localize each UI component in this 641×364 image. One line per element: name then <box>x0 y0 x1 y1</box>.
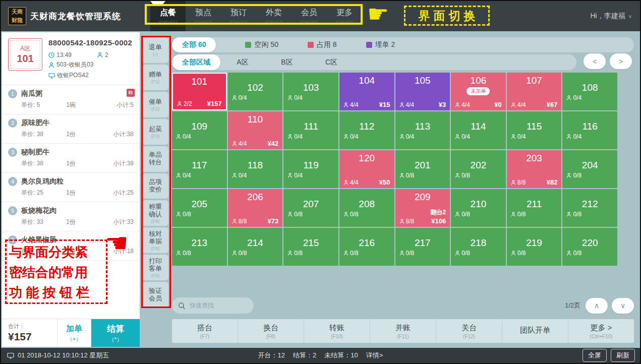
table-amount: ¥82 <box>547 178 558 186</box>
region-prev-button[interactable]: < <box>584 53 606 69</box>
add-order-button[interactable]: 加单 （+） <box>57 319 91 347</box>
table-cell[interactable]: 203 8/8 ¥82 <box>507 150 562 188</box>
table-cell[interactable]: 114 0/4 <box>451 111 506 149</box>
table-cell[interactable]: 208 0/8 <box>339 189 394 227</box>
table-action-button[interactable]: 关台 (F12) <box>436 319 502 343</box>
table-cell[interactable]: 216 0/8 <box>339 228 394 266</box>
order-item-row[interactable]: 4 奥尔良鸡肉粒 单价: 25 1份 小计:25 <box>2 173 140 202</box>
function-button[interactable]: 核对 单据 (F6) <box>142 227 168 253</box>
table-cell[interactable]: 110 4/4 ¥42 <box>228 111 283 149</box>
region-tab[interactable]: A区 <box>220 58 265 67</box>
nav-tab[interactable]: 点餐 (Ctrl+F1) <box>150 1 186 31</box>
grid-page-down-button[interactable]: ∨ <box>612 298 634 314</box>
status-legend-item[interactable]: 空闲 50 <box>245 40 278 49</box>
seat-capacity: 0/8 <box>399 250 415 257</box>
table-cell[interactable]: 217 0/8 <box>395 228 450 266</box>
table-cell[interactable]: 101 2/2 ¥157 <box>172 73 227 110</box>
order-time: 13:49 <box>48 51 97 58</box>
table-cell[interactable]: 204 0/8 <box>562 150 617 188</box>
grid-page-up-button[interactable]: ∧ <box>586 298 608 314</box>
brand-logo: 天商 财龍 <box>8 7 26 25</box>
table-cell[interactable]: 211 0/8 <box>507 189 562 227</box>
function-button[interactable]: 退单 (-) <box>142 37 168 63</box>
table-cell[interactable]: 103 0/4 <box>283 73 338 110</box>
function-button[interactable]: 打印 客单 (F9) <box>142 255 168 280</box>
nav-tab[interactable]: 会员 (Ctrl+F5) <box>292 1 327 31</box>
table-cell-number: 119 <box>287 159 334 171</box>
details-link[interactable]: 详情> <box>366 351 383 360</box>
refresh-button[interactable]: 刷新 <box>611 349 635 362</box>
table-cell[interactable]: 111 0/4 <box>283 111 338 149</box>
table-cell[interactable]: 113 0/4 <box>395 111 450 149</box>
order-item-row[interactable]: 5 板烧梅花肉 单价: 33 1份 小计:33 <box>2 202 140 231</box>
status-legend-item[interactable]: 占用 8 <box>308 40 337 49</box>
region-tab[interactable]: C区 <box>309 58 354 67</box>
region-tab[interactable]: 全部区域 <box>172 54 220 70</box>
nav-tab[interactable]: 预订 (Ctrl+F3) <box>221 1 256 31</box>
fullscreen-button[interactable]: 全屏 <box>582 349 607 362</box>
function-button[interactable]: 验证 会员 <box>142 282 168 308</box>
table-cell[interactable]: 115 0/4 <box>507 111 562 149</box>
table-cell[interactable]: 215 0/8 <box>283 228 338 266</box>
seat-capacity: 0/8 <box>566 250 581 257</box>
table-action-button[interactable]: 搭台 (F7) <box>172 319 238 343</box>
nav-tab[interactable]: 预点 (Ctrl+F2) <box>186 1 221 31</box>
seat-capacity: 0/4 <box>566 133 581 140</box>
quick-search[interactable] <box>172 297 254 314</box>
filter-all-tables[interactable]: 全部 60 <box>172 37 216 52</box>
nav-tab[interactable]: 外卖 (Ctrl+F4) <box>256 1 292 31</box>
table-cell[interactable]: 107 4/4 ¥67 <box>507 73 562 110</box>
table-action-button[interactable]: 并账 (F11) <box>370 319 436 343</box>
order-item-row[interactable]: 2 原味肥牛 单价: 38 1份 小计:38 <box>2 114 140 144</box>
table-cell[interactable]: 102 0/4 <box>228 73 283 110</box>
table-cell[interactable]: 201 0/8 <box>395 150 450 188</box>
function-button[interactable]: 起菜 (F3) <box>142 119 168 145</box>
table-action-button[interactable]: 团队开单 <box>502 319 568 343</box>
function-button[interactable]: 赠单 (F1) <box>142 65 168 90</box>
function-button[interactable]: 品项 变价 <box>142 173 168 199</box>
status-legend-item[interactable]: 埋单 2 <box>366 40 395 49</box>
table-cell[interactable]: 105 4/4 ¥3 <box>395 73 450 110</box>
region-tab[interactable]: B区 <box>265 58 309 67</box>
table-cell[interactable]: 120 4/4 ¥50 <box>339 150 394 188</box>
table-cell[interactable]: 116 0/4 <box>562 111 617 149</box>
table-cell[interactable]: 118 0/4 <box>228 150 283 188</box>
table-cell[interactable]: 210 0/8 <box>451 189 506 227</box>
table-cell[interactable]: 206 8/8 ¥73 <box>228 189 283 227</box>
seat-capacity: 0/8 <box>287 211 303 218</box>
user-menu[interactable]: Hi，李建福 ∨ <box>590 1 632 31</box>
table-cell[interactable]: 108 0/4 <box>562 73 617 110</box>
order-item-row[interactable]: 3 秘制肥牛 单价: 38 1份 小计:38 <box>2 144 140 173</box>
table-cell[interactable]: 214 0/8 <box>228 228 283 266</box>
table-action-button[interactable]: 换台 (F8) <box>238 319 304 343</box>
seat-capacity: 0/8 <box>511 250 526 257</box>
region-next-button[interactable]: > <box>610 53 632 69</box>
table-action-button[interactable]: 更多 > (Ctrl+F10) <box>568 319 634 343</box>
table-cell[interactable]: 218 0/8 <box>451 228 506 266</box>
table-cell[interactable]: 220 0/8 <box>562 228 617 266</box>
table-cell[interactable]: 112 0/4 <box>339 111 394 149</box>
table-cell[interactable]: 219 0/8 <box>507 228 562 266</box>
table-cell[interactable]: 119 0/4 <box>283 150 338 188</box>
function-button[interactable]: 称重 确认 (F5) <box>142 200 168 226</box>
table-cell[interactable]: 109 0/4 <box>172 111 227 149</box>
table-cell[interactable]: 117 0/4 <box>172 150 227 188</box>
settle-button[interactable]: 结算 （*） <box>91 319 140 347</box>
nav-tab[interactable]: 更多 (Ctrl+F6) <box>327 1 362 31</box>
table-cell[interactable]: 209 翻台2 8/8 ¥106 <box>395 189 450 227</box>
table-cell[interactable]: 212 0/8 <box>562 189 617 227</box>
table-cell[interactable]: 213 0/8 <box>172 228 227 266</box>
table-cell[interactable]: 205 0/8 <box>172 189 227 227</box>
table-cell[interactable]: 104 4/4 ¥15 <box>339 73 394 110</box>
order-item-row[interactable]: 1 南瓜粥 称 单价: 5 1碗 小计:5 <box>2 85 140 114</box>
search-input[interactable] <box>190 302 245 309</box>
seat-capacity: 0/8 <box>511 211 526 218</box>
legend-color-swatch <box>366 42 372 48</box>
function-button[interactable]: 单品 转台 <box>142 146 168 172</box>
table-cell[interactable]: 202 0/8 <box>451 150 506 188</box>
table-cell[interactable]: 207 0/8 <box>283 189 338 227</box>
function-button[interactable]: 催单 (F2) <box>142 92 168 117</box>
table-cell[interactable]: 106 未加单 4/4 ¥0 <box>451 73 506 110</box>
table-action-button[interactable]: 转账 (F10) <box>304 319 370 343</box>
order-item-row[interactable]: 6 火焰黑椒肠 单价: 18 1份 小计:18 <box>2 231 140 261</box>
